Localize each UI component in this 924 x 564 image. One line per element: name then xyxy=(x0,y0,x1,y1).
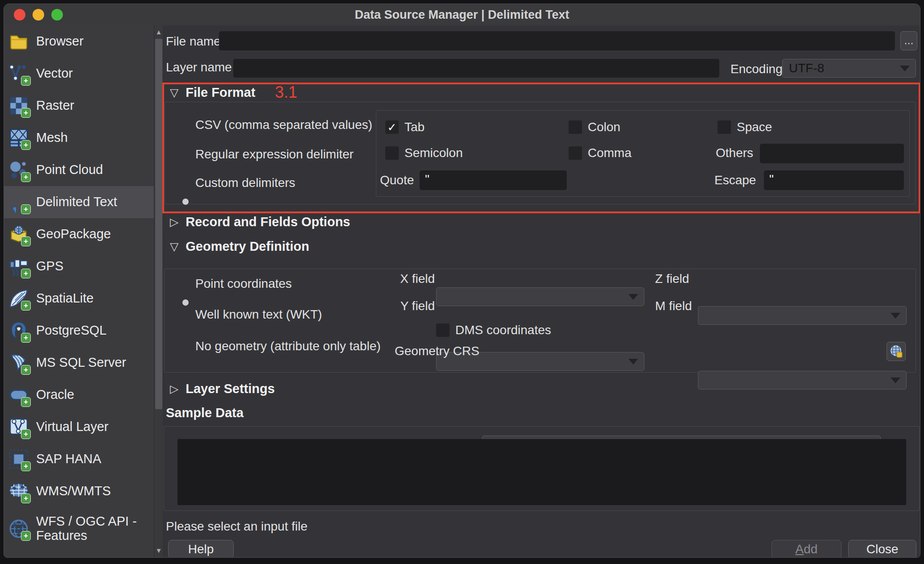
data-source-manager-window: Data Source Manager | Delimited Text Bro… xyxy=(4,4,920,558)
collapse-triangle-icon: ▽ xyxy=(170,86,178,99)
geometry-definition-header[interactable]: ▽ Geometry Definition xyxy=(170,238,309,255)
add-badge-icon: + xyxy=(21,301,31,311)
scrollbar-thumb[interactable] xyxy=(155,39,162,409)
add-badge-icon: + xyxy=(21,461,31,471)
sidebar-item-delimited-text[interactable]: , + Delimited Text xyxy=(4,186,154,218)
y-field-label: Y field xyxy=(399,299,435,313)
sidebar-item-label: Delimited Text xyxy=(36,195,117,209)
escape-label: Escape xyxy=(714,173,756,187)
add-button[interactable]: Add xyxy=(771,540,842,558)
sidebar-item-geopackage[interactable]: + GeoPackage xyxy=(4,218,154,250)
sidebar-item-label: WFS / OGC API - Features xyxy=(36,514,154,543)
sidebar-item-gps[interactable]: + GPS xyxy=(4,250,154,282)
file-name-input[interactable] xyxy=(219,31,895,50)
others-label: Others xyxy=(716,146,753,160)
sidebar-item-sap-hana[interactable]: + SAP HANA xyxy=(4,443,154,475)
sidebar-item-label: Vector xyxy=(36,66,73,81)
checkbox-space[interactable] xyxy=(718,120,731,134)
encoding-value: UTF-8 xyxy=(789,61,824,75)
radio-no-geometry-label: No geometry (attribute only table) xyxy=(195,339,381,353)
select-crs-button[interactable] xyxy=(887,342,906,361)
sidebar-item-browser[interactable]: Browser xyxy=(4,25,154,58)
scroll-up-icon[interactable]: ▲ xyxy=(154,28,163,36)
close-button-label: Close xyxy=(866,542,899,556)
sidebar-item-label: GPS xyxy=(36,259,63,274)
file-format-title: File Format xyxy=(186,85,255,100)
layer-settings-header[interactable]: ▷ Layer Settings xyxy=(170,380,275,397)
add-badge-icon: + xyxy=(21,531,31,541)
expand-triangle-icon: ▷ xyxy=(170,382,178,395)
sidebar-item-label: SAP HANA xyxy=(36,452,101,466)
source-type-sidebar: Browser + Vector + Raster + xyxy=(4,25,154,558)
quote-input[interactable]: " xyxy=(420,170,567,190)
record-fields-header[interactable]: ▷ Record and Fields Options xyxy=(170,213,350,230)
add-badge-icon: + xyxy=(21,429,31,439)
checkbox-comma[interactable] xyxy=(569,146,582,160)
add-badge-icon: + xyxy=(21,204,31,214)
x-field-label: X field xyxy=(399,272,435,286)
checkbox-space-label: Space xyxy=(737,120,772,134)
zoom-window-button[interactable] xyxy=(51,9,63,21)
add-badge-icon: + xyxy=(21,333,31,343)
z-field-label: Z field xyxy=(655,272,687,286)
elephant-icon: + xyxy=(8,320,29,341)
chevron-down-icon xyxy=(628,359,638,365)
sidebar-item-label: Mesh xyxy=(36,131,68,145)
encoding-select[interactable]: UTF-8 xyxy=(782,59,916,78)
sidebar-item-wcs[interactable]: + WCS xyxy=(4,550,154,558)
titlebar[interactable]: Data Source Manager | Delimited Text xyxy=(4,4,920,26)
checkbox-tab-label: Tab xyxy=(404,120,425,134)
vector-icon: + xyxy=(8,63,29,84)
sidebar-item-mesh[interactable]: + Mesh xyxy=(4,122,154,154)
close-window-button[interactable] xyxy=(14,9,25,21)
sidebar-item-label: Browser xyxy=(36,34,83,49)
sidebar-item-wfs-ogc-api-features[interactable]: + WFS / OGC API - Features xyxy=(4,507,154,550)
radio-point-coordinates-label: Point coordinates xyxy=(195,277,292,291)
x-field-select[interactable] xyxy=(436,287,644,306)
checkbox-tab[interactable] xyxy=(385,120,399,134)
others-input[interactable] xyxy=(760,144,904,163)
file-name-label: File name xyxy=(166,34,221,49)
sap-hana-icon: + xyxy=(8,449,29,469)
mesh-icon: + xyxy=(8,128,29,148)
scroll-down-icon[interactable]: ▼ xyxy=(154,547,163,554)
layer-name-input[interactable] xyxy=(233,59,719,78)
encoding-label: Encoding xyxy=(730,62,783,76)
minimize-window-button[interactable] xyxy=(33,9,44,21)
sample-data-view xyxy=(177,439,906,505)
sidebar-item-label: MS SQL Server xyxy=(36,356,126,370)
sidebar-item-raster[interactable]: + Raster xyxy=(4,90,154,122)
add-badge-icon: + xyxy=(21,108,31,118)
sidebar-item-ms-sql-server[interactable]: + MS SQL Server xyxy=(4,347,154,379)
checkbox-colon[interactable] xyxy=(569,120,582,134)
browse-file-button[interactable]: … xyxy=(900,31,917,50)
sidebar-item-postgresql[interactable]: + PostgreSQL xyxy=(4,315,154,347)
help-button[interactable]: Help xyxy=(168,540,234,558)
chevron-down-icon xyxy=(891,313,900,319)
close-button[interactable]: Close xyxy=(848,540,916,558)
sidebar-item-vector[interactable]: + Vector xyxy=(4,58,154,90)
radio-csv-label: CSV (comma separated values) xyxy=(195,118,372,132)
raster-icon: + xyxy=(8,95,29,116)
chevron-down-icon xyxy=(900,66,910,71)
sidebar-item-point-cloud[interactable]: + Point Cloud xyxy=(4,154,154,186)
checkbox-dms-coordinates[interactable] xyxy=(436,323,450,337)
geometry-definition-title: Geometry Definition xyxy=(186,239,309,254)
escape-input[interactable]: " xyxy=(764,170,904,190)
checkbox-semicolon[interactable] xyxy=(385,146,399,160)
globe-wfs-icon: + xyxy=(8,518,29,539)
comma-icon: , + xyxy=(8,192,29,212)
checkbox-dms-label: DMS coordinates xyxy=(455,323,551,337)
m-field-select[interactable] xyxy=(698,371,907,390)
sidebar-item-oracle[interactable]: + Oracle xyxy=(4,379,154,411)
add-badge-icon: + xyxy=(21,269,31,278)
radio-regexp-label: Regular expression delimiter xyxy=(195,147,354,162)
z-field-select[interactable] xyxy=(698,306,907,325)
sidebar-item-wms-wmts[interactable]: + WMS/WMTS xyxy=(4,475,154,507)
file-format-header[interactable]: ▽ File Format 3.1 xyxy=(170,84,297,101)
sidebar-item-spatialite[interactable]: + SpatiaLite xyxy=(4,282,154,315)
add-badge-icon: + xyxy=(21,494,31,503)
delimited-text-pane: File name … Layer name Encoding UTF-8 ▽ … xyxy=(164,25,920,558)
sidebar-item-virtual-layer[interactable]: + Virtual Layer xyxy=(4,411,154,443)
chevron-down-icon xyxy=(891,377,900,383)
